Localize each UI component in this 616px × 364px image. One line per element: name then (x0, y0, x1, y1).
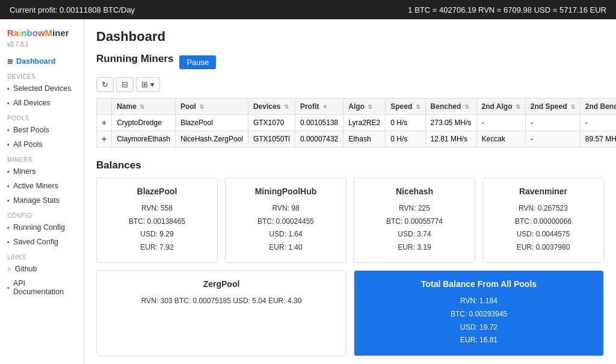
sidebar-item-api-docs[interactable]: ▪ API Documentation (0, 276, 84, 299)
name-cell: ClaymoreEthash (112, 131, 176, 147)
balances-bottom: ZergPool RVN: 303 BTC: 0.00075185 USD: 5… (96, 270, 604, 356)
name-cell: CryptoDredge (112, 115, 176, 131)
balance-card-values: RVN: 225 BTC: 0.00055774 USD: 3.74 EUR: … (362, 202, 467, 254)
balance-card-miningpoolhub: MiningPoolHub RVN: 98 BTC: 0.00024455 US… (225, 177, 346, 263)
sidebar-item-active-miners[interactable]: ▪ Active Miners (0, 179, 84, 193)
sidebar-item-manage-stats[interactable]: ▪ Manage Stats (0, 193, 84, 208)
balance-card-blazepool: BlazePool RVN: 558 BTC: 0.00138465 USD: … (96, 177, 218, 263)
total-eur: EUR: 16.81 (362, 334, 596, 347)
total-usd: USD: 19.72 (362, 321, 596, 335)
topbar: Current profit: 0.00111808 BTC/Day 1 BTC… (0, 0, 616, 19)
balance-card-values: RVN: 0.267523 BTC: 0.00000066 USD: 0.004… (490, 202, 596, 254)
add-cell[interactable]: + (97, 131, 112, 147)
sidebar-item-running-config[interactable]: ▪ Running Config (0, 220, 84, 235)
zergpool-title: ZergPool (104, 279, 339, 289)
th-name: Name ⇅ (112, 99, 176, 115)
selected-devices-icon: ▪ (7, 85, 10, 92)
sidebar-item-github[interactable]: ○ Github (0, 262, 84, 276)
running-miners-title: Running Miners (96, 53, 173, 65)
zergpool-values: RVN: 303 BTC: 0.00075185 USD: 5.04 EUR: … (104, 295, 339, 308)
balance-rvn: RVN: 98 (233, 202, 339, 215)
algo-cell: Lyra2RE2 (343, 115, 386, 131)
total-balance-title: Total Balance From All Pools (362, 279, 596, 289)
benched-cell: 273.05 MH/s (425, 115, 476, 131)
balance-card-nicehash: Nicehash RVN: 225 BTC: 0.00055774 USD: 3… (354, 177, 475, 263)
balance-eur: EUR: 0.0037980 (490, 241, 596, 254)
pause-button[interactable]: Pause (179, 55, 216, 69)
saved-config-icon: ▪ (7, 238, 10, 245)
table-row: + CryptoDredge BlazePool GTX1070 0.00105… (97, 115, 617, 131)
balance-btc: BTC: 0.00000066 (490, 215, 596, 229)
profit-cell: 0.00007432 (295, 131, 343, 147)
devices-cell: GTX1050Ti (248, 131, 295, 147)
th-devices: Devices ⇅ (248, 99, 295, 115)
speed2-cell: - (525, 115, 580, 131)
devices-section-label: DEVICES (0, 69, 84, 81)
add-cell[interactable]: + (97, 115, 112, 131)
columns-button[interactable]: ⊞ ▾ (136, 77, 160, 92)
speed2-cell: - (525, 131, 580, 147)
page-title: Dashboard (96, 29, 604, 45)
balances-grid: BlazePool RVN: 558 BTC: 0.00138465 USD: … (96, 177, 604, 263)
total-btc: BTC: 0.00293945 (362, 308, 596, 321)
all-pools-icon: ▪ (7, 141, 10, 148)
speed-cell: 0 H/s (386, 115, 425, 131)
zergpool-rvn: RVN: 303 (141, 297, 173, 305)
benched-cell: 12.81 MH/s (425, 131, 476, 147)
table-header-row: Name ⇅ Pool ⇅ Devices ⇅ Profit ▼ Algo ⇅ … (97, 99, 617, 115)
total-rvn: RVN: 1.184 (362, 295, 596, 308)
refresh-button[interactable]: ↻ (96, 77, 114, 92)
active-miners-icon: ▪ (7, 182, 10, 190)
benched2-cell: 89.57 MH/s (580, 131, 616, 147)
total-balance-values: RVN: 1.184 BTC: 0.00293945 USD: 19.72 EU… (362, 295, 596, 347)
logo: RainbowMiner v2.7.3.1 (0, 24, 84, 54)
th-pool: Pool ⇅ (175, 99, 248, 115)
miners-table: Name ⇅ Pool ⇅ Devices ⇅ Profit ▼ Algo ⇅ … (96, 98, 616, 147)
sidebar-item-all-pools[interactable]: ▪ All Pools (0, 137, 84, 152)
current-profit: Current profit: 0.00111808 BTC/Day (10, 5, 135, 14)
balance-usd: USD: 3.74 (362, 228, 467, 241)
table-row: + ClaymoreEthash NiceHash.ZergPool GTX10… (97, 131, 617, 147)
balance-card-title: Nicehash (362, 187, 467, 196)
zergpool-btc: BTC: 0.00075185 (174, 297, 231, 305)
balance-btc: BTC: 0.00138465 (104, 215, 210, 229)
running-config-icon: ▪ (7, 224, 10, 231)
best-pools-icon: ▪ (7, 126, 10, 134)
algo2-cell: Keccak (476, 131, 525, 147)
balance-rvn: RVN: 0.267523 (490, 202, 596, 215)
dashboard-icon: ⊞ (7, 58, 13, 66)
balance-btc: BTC: 0.00055774 (362, 215, 467, 229)
sidebar-item-miners[interactable]: ▪ Miners (0, 164, 84, 179)
running-miners-header: Running Miners Pause (96, 53, 604, 71)
sidebar-item-best-pools[interactable]: ▪ Best Pools (0, 123, 84, 137)
pools-section-label: POOLS (0, 110, 84, 123)
sidebar-item-saved-config[interactable]: ▪ Saved Config (0, 235, 84, 249)
balance-card-values: RVN: 558 BTC: 0.00138465 USD: 9.29 EUR: … (104, 202, 210, 254)
sidebar-item-dashboard[interactable]: ⊞ Dashboard (0, 54, 84, 69)
zergpool-usd: USD: 5.04 (233, 297, 266, 305)
algo-cell: Ethash (343, 131, 386, 147)
balance-eur: EUR: 7.92 (104, 241, 210, 254)
zergpool-eur: EUR: 4.30 (268, 297, 301, 305)
balance-card-title: Ravenminer (490, 187, 596, 196)
sidebar: RainbowMiner v2.7.3.1 ⊞ Dashboard DEVICE… (0, 19, 84, 364)
th-speed: Speed ⇅ (386, 99, 425, 115)
th-benched: Benched ⇅ (425, 99, 476, 115)
sidebar-item-selected-devices[interactable]: ▪ Selected Devices (0, 81, 84, 96)
th-blank (97, 99, 112, 115)
balance-card-title: BlazePool (104, 187, 210, 196)
balance-eur: EUR: 1.40 (233, 241, 339, 254)
manage-stats-icon: ▪ (7, 197, 10, 204)
algo2-cell: - (476, 115, 525, 131)
grid-view-button[interactable]: ⊟ (116, 77, 134, 92)
total-balance-card: Total Balance From All Pools RVN: 1.184 … (354, 270, 604, 356)
balance-card-title: MiningPoolHub (233, 187, 339, 196)
main-content: Dashboard Running Miners Pause ↻ ⊟ ⊞ ▾ N… (84, 19, 616, 364)
pool-cell: NiceHash.ZergPool (175, 131, 248, 147)
sidebar-item-all-devices[interactable]: ▪ All Devices (0, 96, 84, 110)
th-benched2: 2nd Benched ⇅ (580, 99, 616, 115)
th-profit: Profit ▼ (295, 99, 343, 115)
benched2-cell: - (580, 115, 616, 131)
miners-icon: ▪ (7, 168, 10, 175)
th-speed2: 2nd Speed ⇅ (525, 99, 580, 115)
